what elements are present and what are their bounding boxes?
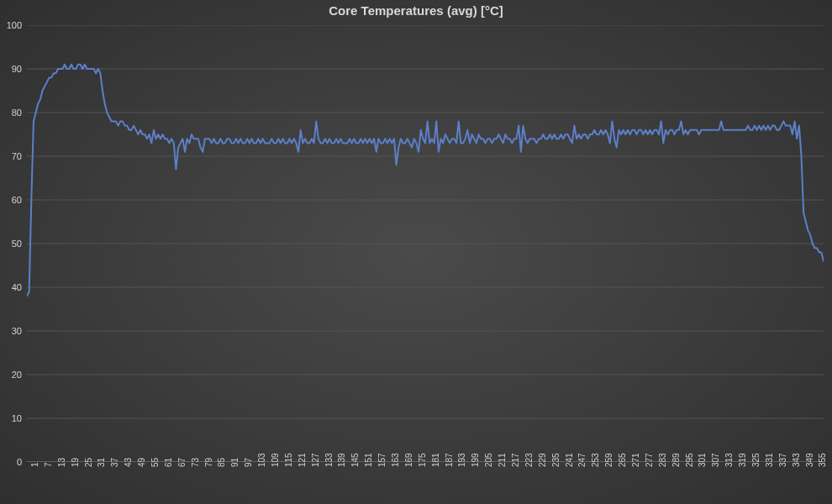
chart-container: Core Temperatures (avg) [°C] 01020304050… <box>0 0 832 504</box>
x-tick-label: 211 <box>498 453 507 467</box>
y-tick-label: 10 <box>0 413 22 423</box>
x-tick-label: 139 <box>337 453 346 467</box>
x-tick-label: 169 <box>404 453 413 467</box>
x-tick-label: 295 <box>685 453 694 467</box>
x-tick-label: 175 <box>418 453 427 467</box>
x-tick-label: 85 <box>217 458 226 467</box>
x-tick-label: 73 <box>191 458 200 467</box>
y-tick-label: 40 <box>0 282 22 292</box>
x-tick-label: 115 <box>284 453 293 467</box>
x-tick-label: 205 <box>484 453 493 467</box>
x-tick-label: 127 <box>311 453 320 467</box>
x-tick-label: 331 <box>765 453 774 467</box>
x-tick-label: 319 <box>738 453 747 467</box>
x-tick-label: 79 <box>204 458 213 467</box>
y-tick-label: 80 <box>0 108 22 118</box>
y-tick-label: 60 <box>0 195 22 205</box>
x-tick-label: 337 <box>778 453 787 467</box>
x-tick-label: 187 <box>445 453 454 467</box>
x-tick-label: 307 <box>711 453 720 467</box>
x-tick-label: 235 <box>551 453 561 467</box>
x-tick-label: 271 <box>631 453 640 467</box>
y-axis: 0102030405060708090100 <box>0 25 25 462</box>
plot-area <box>27 25 824 462</box>
x-tick-label: 91 <box>230 458 240 467</box>
x-tick-label: 31 <box>97 458 106 467</box>
x-tick-label: 181 <box>431 453 440 467</box>
x-tick-label: 217 <box>511 453 520 467</box>
x-tick-label: 355 <box>818 453 827 467</box>
x-tick-label: 37 <box>110 458 119 467</box>
x-tick-label: 157 <box>377 453 387 467</box>
x-tick-label: 121 <box>298 453 307 467</box>
y-tick-label: 0 <box>0 457 22 467</box>
series-line <box>27 65 824 297</box>
x-tick-label: 97 <box>244 458 253 467</box>
y-tick-label: 90 <box>0 64 22 74</box>
x-tick-label: 241 <box>565 453 574 467</box>
x-tick-label: 301 <box>698 453 707 467</box>
x-tick-label: 163 <box>391 453 400 467</box>
x-tick-label: 193 <box>457 453 466 467</box>
x-tick-label: 49 <box>137 458 146 467</box>
line-plot <box>27 25 824 462</box>
x-tick-label: 325 <box>751 453 761 467</box>
x-tick-label: 1 <box>30 462 39 467</box>
x-tick-label: 199 <box>471 453 480 467</box>
x-tick-label: 223 <box>524 453 534 467</box>
y-tick-label: 20 <box>0 370 22 380</box>
x-tick-label: 61 <box>164 458 173 467</box>
x-tick-label: 265 <box>618 453 627 467</box>
x-tick-label: 145 <box>350 453 360 467</box>
x-tick-label: 43 <box>124 458 133 467</box>
x-tick-label: 151 <box>364 453 373 467</box>
x-tick-label: 283 <box>658 453 667 467</box>
x-tick-label: 109 <box>271 453 280 467</box>
y-tick-label: 70 <box>0 151 22 161</box>
y-tick-label: 30 <box>0 326 22 336</box>
x-tick-label: 7 <box>44 462 53 467</box>
x-axis: 1713192531374349556167737985919710310911… <box>27 464 824 504</box>
x-tick-label: 13 <box>57 458 66 467</box>
x-tick-label: 343 <box>792 453 801 467</box>
x-tick-label: 259 <box>604 453 613 467</box>
x-tick-label: 349 <box>805 453 814 467</box>
x-tick-label: 289 <box>671 453 681 467</box>
y-tick-label: 50 <box>0 239 22 249</box>
x-tick-label: 19 <box>71 458 80 467</box>
x-tick-label: 247 <box>577 453 587 467</box>
x-tick-label: 229 <box>538 453 547 467</box>
y-tick-label: 100 <box>0 20 22 30</box>
x-tick-label: 67 <box>177 458 187 467</box>
x-tick-label: 253 <box>591 453 600 467</box>
x-tick-label: 133 <box>324 453 334 467</box>
x-tick-label: 313 <box>724 453 734 467</box>
chart-title: Core Temperatures (avg) [°C] <box>0 3 832 18</box>
x-tick-label: 25 <box>84 458 93 467</box>
x-tick-label: 55 <box>150 458 160 467</box>
x-tick-label: 103 <box>257 453 266 467</box>
x-tick-label: 277 <box>645 453 654 467</box>
